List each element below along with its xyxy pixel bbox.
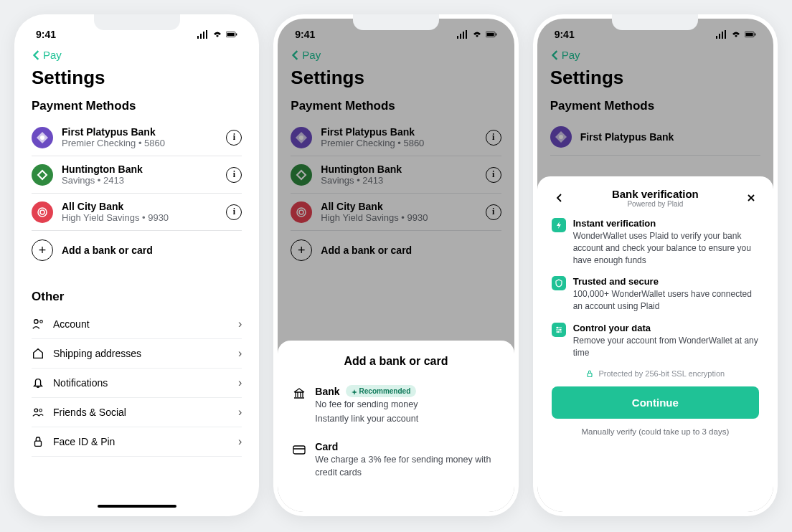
feature-item: Trusted and secure 100,000+ WonderWallet… [552, 276, 759, 313]
add-label: Add a bank or card [62, 244, 153, 256]
feature-desc: WonderWallet uses Plaid to verify your b… [573, 230, 759, 266]
back-label: Pay [43, 49, 62, 61]
svg-rect-15 [457, 36, 458, 39]
info-icon[interactable]: i [226, 130, 242, 146]
status-time: 9:41 [555, 29, 575, 40]
verify-sheet: Bank verification Powered by Plaid Insta… [537, 176, 773, 512]
other-item-account[interactable]: Account › [32, 310, 242, 339]
bank-logo-icon [550, 126, 572, 148]
signal-icon [197, 30, 209, 39]
payment-method-name: First Platypus Bank [62, 126, 217, 138]
chevron-right-icon: › [238, 318, 242, 331]
svg-point-36 [556, 327, 557, 328]
lock-icon [585, 369, 594, 378]
page-title: Settings [550, 67, 760, 89]
signal-icon [457, 30, 468, 39]
svg-point-34 [559, 135, 563, 139]
svg-rect-18 [466, 30, 467, 39]
add-payment-method-button[interactable]: + Add a bank or card [32, 231, 242, 270]
back-button[interactable]: Pay [291, 49, 501, 61]
back-button[interactable]: Pay [32, 49, 242, 61]
payment-method-name: Huntington Bank [62, 163, 217, 175]
svg-rect-25 [293, 446, 305, 454]
other-item-label: Friends & Social [53, 407, 230, 418]
screen: 9:41 Pay Settings Payment Methods First … [19, 19, 255, 512]
signal-icon [716, 30, 727, 39]
lock-icon [32, 435, 44, 448]
payment-method-name: First Platypus Bank [321, 126, 476, 138]
svg-point-9 [40, 210, 44, 214]
option-desc: We charge a 3% fee for sending money wit… [315, 454, 499, 479]
back-label: Pay [562, 49, 580, 61]
status-time: 9:41 [36, 29, 56, 40]
feature-item: Control your data Remove your account fr… [552, 323, 759, 359]
svg-point-8 [38, 208, 47, 217]
lightning-icon [552, 218, 566, 232]
sheet-close-button[interactable] [743, 190, 759, 206]
svg-rect-17 [463, 32, 464, 39]
payment-method-item[interactable]: All City Bank High Yield Savings • 9930 … [291, 194, 501, 231]
option-card[interactable]: Card We charge a 3% fee for sending mone… [292, 437, 499, 490]
payment-method-item[interactable]: Huntington Bank Savings • 2413 i [291, 156, 501, 194]
manual-verify-link[interactable]: Manually verify (could take up to 3 days… [552, 427, 759, 436]
screen: 9:41 Pay Settings Payment Methods Fir [537, 19, 773, 512]
payment-method-sub: Savings • 2413 [321, 175, 476, 186]
info-icon[interactable]: i [486, 167, 501, 183]
info-icon[interactable]: i [226, 204, 242, 220]
sparkle-icon [352, 389, 357, 395]
feature-desc: Remove your account from WonderWallet at… [573, 335, 759, 359]
sheet-back-button[interactable] [552, 190, 567, 206]
svg-rect-2 [203, 32, 204, 39]
user-icon [32, 318, 44, 331]
info-icon[interactable]: i [226, 167, 242, 183]
chevron-right-icon: › [238, 347, 242, 360]
svg-point-13 [39, 409, 42, 412]
svg-rect-33 [755, 34, 755, 36]
svg-point-23 [297, 208, 306, 217]
other-item-friends[interactable]: Friends & Social › [32, 398, 242, 427]
continue-button[interactable]: Continue [552, 386, 759, 419]
wifi-icon [730, 30, 742, 39]
payment-method-sub: High Yield Savings • 9930 [321, 212, 476, 223]
phone-1-settings: 9:41 Pay Settings Payment Methods First … [14, 14, 259, 516]
info-icon[interactable]: i [486, 130, 501, 146]
section-title-other: Other [32, 290, 242, 304]
home-icon [32, 347, 44, 360]
users-icon [32, 406, 44, 419]
chevron-right-icon: › [238, 435, 242, 448]
payment-method-item[interactable]: First Platypus Bank Premier Checking • 5… [291, 119, 501, 156]
option-bank[interactable]: Bank Recommended No fee for sending mone… [292, 381, 499, 437]
svg-rect-29 [722, 32, 723, 39]
payment-method-item[interactable]: First Platypus Bank [550, 119, 760, 156]
other-item-faceid[interactable]: Face ID & Pin › [32, 427, 242, 457]
svg-rect-6 [236, 34, 237, 36]
other-item-notifications[interactable]: Notifications › [32, 369, 242, 398]
svg-point-7 [40, 136, 44, 140]
payment-method-item[interactable]: First Platypus Bank Premier Checking • 5… [32, 119, 242, 156]
wifi-icon [471, 30, 483, 39]
payment-method-sub: Savings • 2413 [62, 175, 217, 186]
payment-method-name: All City Bank [321, 201, 476, 212]
option-desc: No fee for sending money [315, 399, 499, 412]
other-item-shipping[interactable]: Shipping addresses › [32, 339, 242, 369]
bank-logo-icon [32, 164, 53, 186]
info-icon[interactable]: i [486, 204, 501, 220]
svg-point-22 [299, 136, 303, 140]
svg-rect-5 [227, 33, 235, 36]
svg-rect-32 [745, 33, 753, 36]
feature-title: Control your data [573, 323, 759, 333]
payment-method-item[interactable]: All City Bank High Yield Savings • 9930 … [32, 194, 242, 231]
payment-method-name: Huntington Bank [321, 163, 476, 175]
payment-method-sub: Premier Checking • 5860 [62, 138, 217, 148]
card-icon [292, 442, 306, 457]
section-title-payment: Payment Methods [32, 99, 242, 113]
svg-rect-3 [206, 30, 207, 39]
bank-logo-icon [32, 127, 53, 148]
back-button[interactable]: Pay [550, 49, 760, 61]
recommended-badge: Recommended [346, 385, 417, 397]
add-payment-method-button[interactable]: + Add a bank or card [291, 231, 501, 270]
plus-icon: + [32, 239, 53, 261]
home-indicator[interactable] [98, 505, 176, 508]
svg-point-40 [557, 331, 558, 333]
payment-method-item[interactable]: Huntington Bank Savings • 2413 i [32, 156, 242, 194]
